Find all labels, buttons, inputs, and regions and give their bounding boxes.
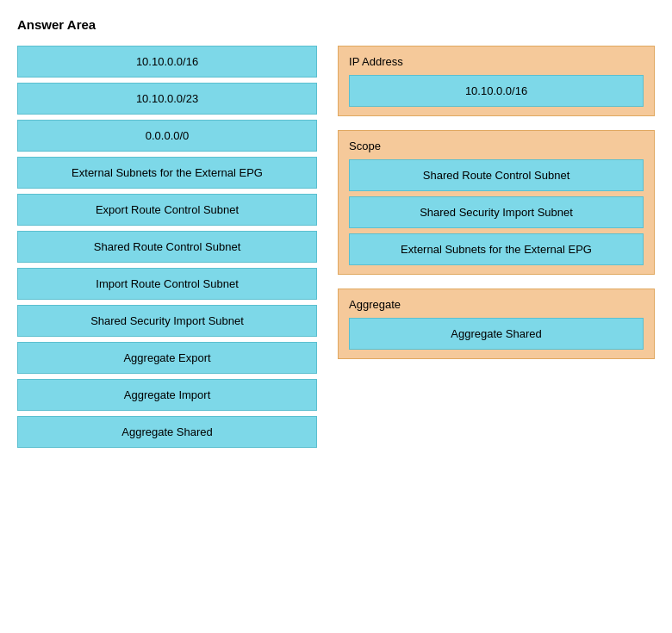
box-aggregate-title: Aggregate xyxy=(349,298,644,311)
box-scope-content: Shared Route Control SubnetShared Securi… xyxy=(349,159,644,265)
left-item-10[interactable]: Aggregate Import xyxy=(17,379,317,411)
left-item-2[interactable]: 10.10.0.0/23 xyxy=(17,83,317,115)
left-column: 10.10.0.0/1610.10.0.0/230.0.0.0/0Externa… xyxy=(17,46,317,448)
left-item-5[interactable]: Export Route Control Subnet xyxy=(17,194,317,226)
scope-item-1[interactable]: Shared Route Control Subnet xyxy=(349,159,644,191)
box-ip-address-title: IP Address xyxy=(349,55,644,68)
ip-item-1[interactable]: 10.10.0.0/16 xyxy=(349,75,644,107)
box-scope-title: Scope xyxy=(349,140,644,152)
scope-item-3[interactable]: External Subnets for the External EPG xyxy=(349,233,644,265)
left-item-3[interactable]: 0.0.0.0/0 xyxy=(17,120,317,152)
main-layout: 10.10.0.0/1610.10.0.0/230.0.0.0/0Externa… xyxy=(17,46,655,448)
box-aggregate-content: Aggregate Shared xyxy=(349,318,644,350)
box-scope: ScopeShared Route Control SubnetShared S… xyxy=(338,130,655,275)
box-ip-address: IP Address10.10.0.0/16 xyxy=(338,46,655,116)
left-item-6[interactable]: Shared Route Control Subnet xyxy=(17,231,317,263)
left-item-4[interactable]: External Subnets for the External EPG xyxy=(17,157,317,189)
scope-item-2[interactable]: Shared Security Import Subnet xyxy=(349,196,644,228)
box-ip-address-content: 10.10.0.0/16 xyxy=(349,75,644,107)
left-item-7[interactable]: Import Route Control Subnet xyxy=(17,268,317,300)
left-item-8[interactable]: Shared Security Import Subnet xyxy=(17,305,317,337)
left-item-1[interactable]: 10.10.0.0/16 xyxy=(17,46,317,78)
right-column: IP Address10.10.0.0/16ScopeShared Route … xyxy=(338,46,655,359)
agg-item-1[interactable]: Aggregate Shared xyxy=(349,318,644,350)
left-item-11[interactable]: Aggregate Shared xyxy=(17,416,317,448)
left-item-9[interactable]: Aggregate Export xyxy=(17,342,317,374)
box-aggregate: AggregateAggregate Shared xyxy=(338,289,655,359)
page-title: Answer Area xyxy=(17,17,655,32)
